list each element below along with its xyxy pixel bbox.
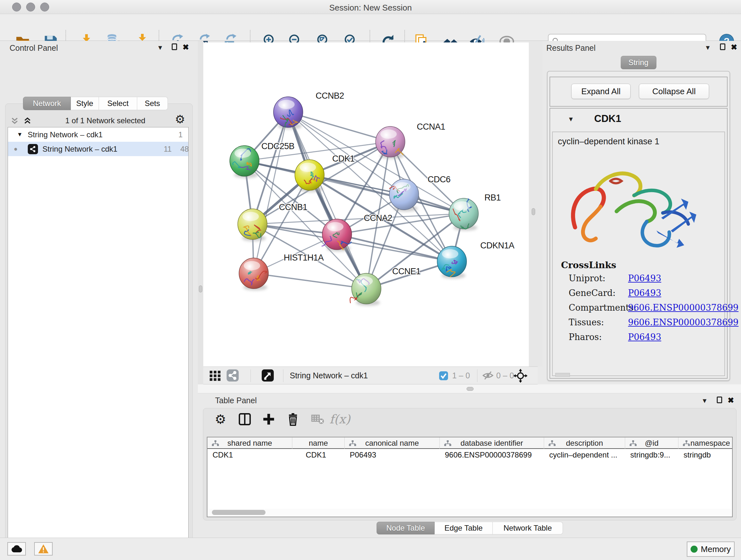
table-row[interactable]: CDK1 CDK1 P06493 9606.ENSP00000378699 cy…	[207, 449, 732, 461]
left-splitter-handle[interactable]	[199, 286, 202, 293]
network-collection-row[interactable]: ▼ String Network – cdk1 1	[8, 127, 188, 142]
column-header[interactable]: shared name	[207, 437, 292, 449]
control-panel-menu-icon[interactable]: ▼	[157, 44, 163, 51]
warning-icon	[38, 544, 49, 554]
svg-text:CCNA2: CCNA2	[364, 213, 392, 223]
gene-detail-box: cyclin–dependent kinase 1 CrossLinks Uni…	[552, 132, 725, 376]
crosslink-value-link[interactable]: P06493	[628, 288, 661, 298]
crosslink-value-link[interactable]: 9606.ENSP00000378699	[628, 303, 738, 313]
control-panel-close-icon[interactable]: ✖	[183, 43, 189, 52]
cloud-icon	[11, 545, 22, 553]
collapse-all-button[interactable]: Collapse All	[639, 84, 709, 99]
crosslink-label: Uniprot:	[569, 273, 605, 283]
scrollbar-thumb[interactable]	[212, 510, 266, 515]
network-node-count: 11	[164, 145, 172, 153]
cell-name[interactable]: CDK1	[292, 449, 345, 461]
table-panel-close-icon[interactable]: ✖	[728, 396, 734, 405]
results-panel-title: Results Panel	[546, 44, 596, 53]
results-panel-menu-icon[interactable]: ▼	[704, 44, 711, 51]
tab-style[interactable]: Style	[71, 97, 99, 110]
cloud-status-button[interactable]	[7, 542, 26, 556]
network-node-cdc25b: CDC25B	[230, 141, 294, 178]
cell-namespace[interactable]: stringdb	[678, 449, 733, 461]
column-header[interactable]: namespace	[678, 437, 733, 449]
grid-view-icon[interactable]	[209, 369, 221, 381]
crosslink-label: Compartments:	[569, 303, 636, 313]
memory-button[interactable]: Memory	[687, 542, 735, 557]
results-panel-float-icon[interactable]	[720, 44, 725, 50]
selected-checkbox-icon[interactable]	[439, 371, 448, 381]
main-toolbar: ?	[0, 14, 741, 41]
right-splitter[interactable]	[529, 41, 542, 367]
collapse-all-icon[interactable]	[10, 116, 20, 126]
cell-shared-name[interactable]: CDK1	[207, 449, 292, 461]
expand-all-button[interactable]: Expand All	[571, 84, 630, 99]
birdseye-view-icon[interactable]	[261, 369, 274, 382]
collection-count: 1	[179, 130, 183, 139]
tab-sets[interactable]: Sets	[137, 97, 168, 110]
left-splitter[interactable]	[198, 41, 203, 384]
tab-string[interactable]: String	[621, 56, 657, 69]
svg-text:CDC6: CDC6	[428, 175, 451, 184]
hidden-nodes-edges-count: 0 – 0	[496, 371, 514, 380]
crosslink-value-link[interactable]: 9606.ENSP00000378699	[628, 317, 738, 327]
network-list-toolbar: 1 of 1 Network selected ⚙	[10, 115, 188, 126]
string-network-icon	[28, 144, 38, 154]
network-view-canvas[interactable]: CCNB2CCNA1CDC25BCDK1CDC6RB1CCNB1CCNA2CDK…	[203, 43, 529, 367]
current-network-name: String Network – cdk1	[290, 371, 368, 380]
network-share-icon[interactable]	[226, 369, 239, 382]
cell-database-identifier[interactable]: 9606.ENSP00000378699	[440, 449, 544, 461]
table-panel-float-icon[interactable]	[717, 396, 722, 403]
gene-collapse-icon[interactable]: ▼	[568, 116, 574, 123]
footer-separator	[283, 369, 283, 382]
network-node-ccne1: CCNE1	[350, 266, 421, 306]
network-options-gear-icon[interactable]: ⚙	[175, 114, 185, 125]
crosslink-value-link[interactable]: P06493	[628, 332, 661, 342]
clear-table-icon	[310, 412, 325, 427]
control-panel-title: Control Panel	[10, 44, 58, 53]
column-header[interactable]: canonical name	[345, 437, 440, 449]
column-header[interactable]: database identifier	[440, 437, 544, 449]
string-network-graph[interactable]: CCNB2CCNA1CDC25BCDK1CDC6RB1CCNB1CCNA2CDK…	[203, 43, 529, 367]
cell-description[interactable]: cyclin–dependent ...	[544, 449, 625, 461]
tab-network-table[interactable]: Network Table	[493, 522, 563, 535]
column-header[interactable]: @id	[625, 437, 678, 449]
tab-select[interactable]: Select	[99, 97, 137, 110]
tab-network[interactable]: Network	[23, 97, 71, 110]
hidden-eye-slash-icon	[482, 371, 494, 380]
table-panel-menu-icon[interactable]: ▼	[701, 397, 708, 405]
control-panel-float-icon[interactable]	[172, 44, 177, 50]
warnings-button[interactable]	[34, 542, 53, 556]
network-row[interactable]: ● String Network – cdk1 11 48	[8, 142, 188, 156]
column-header[interactable]: name	[292, 437, 345, 449]
cell-id[interactable]: stringdb:9...	[625, 449, 678, 461]
pan-crosshair-icon[interactable]	[514, 369, 528, 383]
memory-label: Memory	[701, 544, 731, 554]
right-splitter-handle[interactable]	[532, 208, 535, 215]
expand-all-icon[interactable]	[22, 116, 32, 126]
results-scrollbar-fragment[interactable]	[555, 373, 570, 377]
network-view-footer: String Network – cdk1 1 – 0 0 – 0	[203, 367, 538, 384]
crosslink-value-link[interactable]: P06493	[628, 273, 661, 283]
table-horizontal-scrollbar[interactable]	[208, 509, 731, 516]
network-node-hist1h1a: HIST1H1A	[239, 253, 324, 291]
tab-node-table[interactable]: Node Table	[377, 522, 434, 535]
add-column-icon[interactable]	[261, 412, 276, 427]
svg-text:RB1: RB1	[484, 193, 501, 202]
title-bar: Session: New Session	[0, 0, 741, 14]
node-table[interactable]: shared name name canonical name database…	[207, 437, 733, 517]
window-title: Session: New Session	[0, 3, 741, 13]
collection-expand-icon[interactable]: ▼	[17, 131, 23, 138]
table-options-gear-icon[interactable]: ⚙	[213, 412, 228, 427]
network-status-dot: ●	[14, 145, 17, 152]
delete-column-icon[interactable]	[286, 412, 300, 427]
network-edge-count: 48	[180, 145, 189, 153]
horizontal-splitter-handle[interactable]	[467, 387, 474, 391]
tab-edge-table[interactable]: Edge Table	[434, 522, 493, 535]
horizontal-splitter[interactable]	[198, 384, 741, 393]
column-header[interactable]: description	[544, 437, 625, 449]
svg-text:CDC25B: CDC25B	[261, 141, 294, 151]
results-panel-close-icon[interactable]: ✖	[731, 43, 737, 52]
show-columns-icon[interactable]	[238, 412, 252, 427]
cell-canonical-name[interactable]: P06493	[345, 449, 440, 461]
